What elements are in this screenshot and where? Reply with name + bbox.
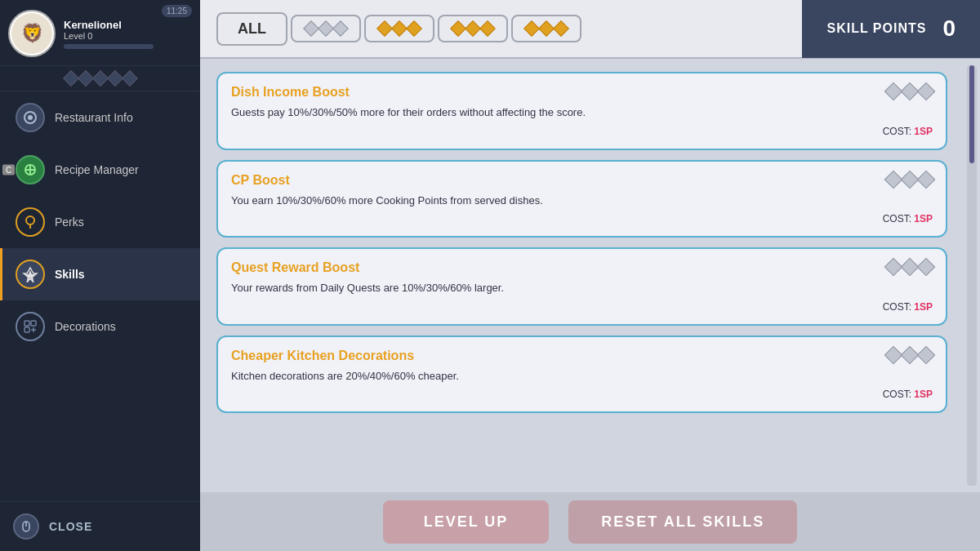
sidebar-header: 11:25 🦁 Kernelionel Level 0 [0, 0, 200, 66]
tab-4-diamond[interactable] [511, 15, 581, 42]
skills-label: Skills [55, 268, 85, 281]
c-badge: C [2, 165, 15, 176]
diamond-empty-3 [332, 20, 349, 37]
tab-3-diamond[interactable] [438, 15, 508, 42]
lion-icon: 🦁 [21, 23, 43, 44]
skill-points-box: SKILL POINTS 0 [802, 0, 980, 58]
skills-scroll-area: Dish Income Boost Guests pay 10%/30%/50%… [200, 59, 980, 492]
sidebar-item-skills[interactable]: Skills [0, 248, 200, 300]
recipe-svg [22, 162, 38, 178]
skill-desc-1: Guests pay 10%/30%/50% more for their or… [231, 104, 933, 121]
bottom-bar: LEVEL UP RESET ALL SKILLS [200, 492, 980, 551]
skill-stars-4 [887, 349, 933, 362]
skill-card-header-1: Dish Income Boost [231, 85, 933, 100]
restaurant-svg [22, 109, 38, 126]
skill-card-cp-boost[interactable]: CP Boost You earn 10%/30%/60% more Cooki… [216, 160, 947, 238]
perks-icon [16, 207, 45, 237]
skill-card-header-3: Quest Reward Boost [231, 260, 933, 275]
cost-label-1: COST: [883, 126, 911, 137]
skill-points-label: SKILL POINTS [826, 21, 926, 36]
skills-icon [16, 260, 45, 289]
svg-rect-9 [24, 321, 29, 326]
perks-label: Perks [55, 216, 84, 229]
user-info: Kernelionel Level 0 [64, 19, 154, 49]
diamond-gold-2 [391, 20, 408, 37]
recipe-manager-label: Recipe Manager [55, 163, 139, 176]
scroll-thumb [969, 65, 974, 163]
restaurant-info-label: Restaurant Info [55, 111, 133, 124]
sidebar: 11:25 🦁 Kernelionel Level 0 [0, 0, 200, 551]
sidebar-item-restaurant-info[interactable]: Restaurant Info [0, 91, 200, 144]
scroll-track[interactable] [967, 65, 977, 486]
reset-all-skills-button[interactable]: RESET ALL SKILLS [568, 500, 797, 544]
cost-value-2: 1SP [914, 213, 933, 224]
skill-cost-2: COST: 1SP [231, 213, 933, 224]
skill-card-dish-income-boost[interactable]: Dish Income Boost Guests pay 10%/30%/50%… [216, 72, 947, 150]
diamond-gold-7 [523, 20, 540, 37]
diamond-empty-1 [303, 20, 319, 37]
svg-point-1 [28, 115, 33, 120]
diamond-gold-5 [465, 20, 481, 37]
svg-rect-11 [24, 327, 29, 332]
sidebar-item-decorations[interactable]: Decorations [0, 300, 200, 353]
star-diamond-2-3 [917, 170, 936, 189]
skill-name-4: Cheaper Kitchen Decorations [231, 349, 414, 363]
cost-value-1: 1SP [914, 126, 933, 137]
tab-1-diamond[interactable] [291, 15, 361, 42]
avatar: 🦁 [8, 10, 56, 57]
user-level: Level 0 [64, 31, 154, 41]
skill-card-header-4: Cheaper Kitchen Decorations [231, 349, 933, 363]
nav-items: Restaurant Info Recipe Manager C Perks [0, 91, 200, 501]
diamond-gold-9 [553, 20, 569, 37]
star-4 [107, 70, 123, 87]
star-2 [78, 70, 94, 87]
skills-list: Dish Income Boost Guests pay 10%/30%/50%… [200, 59, 964, 492]
cost-value-4: 1SP [914, 389, 933, 400]
star-5 [122, 70, 138, 87]
star-diamond-4-3 [917, 345, 936, 364]
cost-label-3: COST: [883, 301, 911, 313]
svg-point-5 [26, 216, 34, 224]
mouse-icon [20, 520, 33, 533]
svg-rect-10 [31, 321, 36, 326]
tab-all[interactable]: ALL [216, 12, 287, 46]
skill-stars-2 [887, 173, 933, 186]
stars-row [0, 66, 200, 91]
decorations-icon [16, 312, 45, 341]
diamond-gold-4 [450, 20, 466, 37]
skill-card-cheaper-kitchen-decorations[interactable]: Cheaper Kitchen Decorations Kitchen deco… [216, 335, 947, 414]
diamond-gold-8 [538, 20, 555, 37]
skill-card-header-2: CP Boost [231, 173, 933, 188]
skill-name-3: Quest Reward Boost [231, 260, 359, 275]
skill-desc-4: Kitchen decorations are 20%/40%/60% chea… [231, 368, 933, 384]
username: Kernelionel [64, 19, 154, 31]
cost-value-3: 1SP [914, 301, 933, 313]
recipe-icon [16, 155, 45, 184]
star-1 [63, 70, 79, 87]
skills-svg [22, 266, 38, 282]
star-diamond-3-3 [917, 258, 936, 277]
cost-label-4: COST: [883, 389, 911, 400]
sidebar-item-perks[interactable]: Perks [0, 196, 200, 248]
diamond-gold-6 [479, 20, 496, 37]
diamond-gold-3 [406, 20, 422, 37]
skill-stars-3 [887, 260, 933, 273]
tab-2-diamond[interactable] [364, 15, 434, 42]
skill-cost-4: COST: 1SP [231, 389, 933, 400]
decorations-svg [22, 318, 38, 335]
close-button[interactable]: CLOSE [0, 501, 200, 551]
skill-points-value: 0 [942, 16, 956, 42]
time-display: 11:25 [162, 5, 192, 17]
sidebar-item-recipe-manager[interactable]: Recipe Manager C [0, 144, 200, 196]
level-up-button[interactable]: LEVEL UP [383, 500, 550, 544]
cost-label-2: COST: [883, 213, 911, 224]
skill-name-1: Dish Income Boost [231, 85, 350, 100]
diamond-empty-2 [318, 20, 334, 37]
avatar-inner: 🦁 [11, 13, 52, 54]
skill-name-2: CP Boost [231, 173, 290, 188]
top-bar: ALL SKILL POIN [200, 0, 980, 59]
filter-tabs: ALL [216, 12, 802, 46]
close-label: CLOSE [49, 520, 92, 533]
skill-card-quest-reward-boost[interactable]: Quest Reward Boost Your rewards from Dai… [216, 247, 947, 326]
star-diamond-1-3 [917, 82, 936, 101]
